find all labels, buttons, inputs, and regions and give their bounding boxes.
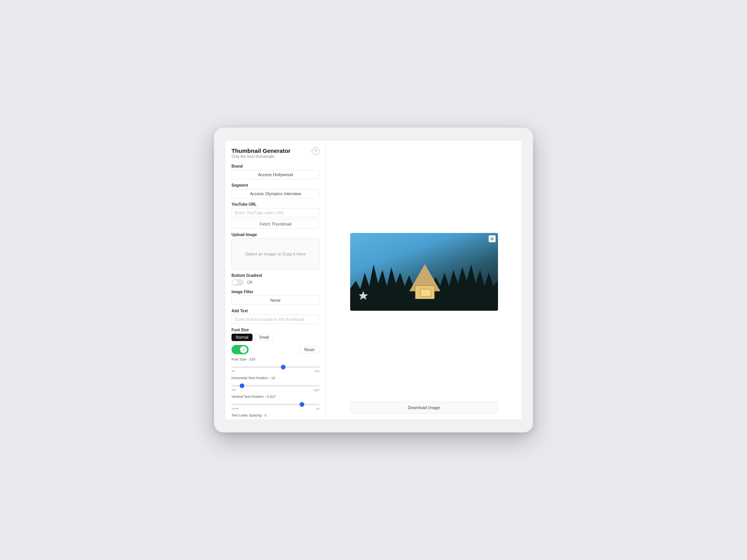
house-element (409, 264, 440, 299)
font-size-section: Font Size Normal Small (231, 328, 319, 341)
app-subtitle: Only the best thumbnails (231, 154, 291, 159)
app-title: Thumbnail Generator (231, 147, 291, 154)
house-body (415, 285, 435, 299)
font-size-button-row: Normal Small (231, 334, 319, 341)
bottom-gradient-toggle-row: Off (231, 279, 319, 286)
upload-section: Upload Image Select an Image or Drag It … (231, 233, 319, 270)
vertical-slider[interactable] (231, 404, 319, 405)
house-window (420, 289, 431, 297)
upload-dropzone[interactable]: Select an Image or Drag It Here (231, 238, 319, 270)
letter-spacing-slider-section: Text Letter Spacing - 0 0 8 (231, 413, 319, 420)
horizontal-slider[interactable] (231, 385, 319, 387)
reset-small-button[interactable]: Reset (299, 346, 319, 354)
youtube-url-label: YouTube URL (231, 202, 319, 206)
vertical-down: down (231, 407, 239, 410)
bottom-gradient-toggle[interactable] (231, 279, 244, 286)
thumbnail-preview: ⊞ (350, 233, 498, 311)
vertical-slider-section: Vertical Text Position - 0.817 down up (231, 395, 319, 410)
horizontal-slider-section: Horizontal Text Position - 10 left right (231, 376, 319, 392)
youtube-url-input[interactable] (231, 208, 319, 217)
horizontal-left: left (231, 388, 236, 392)
download-button[interactable]: Download Image (350, 402, 498, 413)
horizontal-range-labels: left right (231, 388, 319, 392)
add-text-section: Add Text (231, 309, 319, 324)
segment-value[interactable]: Access Olympics Interview (231, 189, 319, 198)
add-text-input[interactable] (231, 315, 319, 324)
horizontal-right: right (313, 388, 319, 392)
font-size-max: 196 (314, 369, 319, 373)
brand-section: Brand Access Hollywood (231, 164, 319, 179)
upload-placeholder-text: Select an Image or Drag It Here (245, 252, 305, 256)
image-preview-area: ⊞ (332, 147, 516, 397)
panel-header: Thumbnail Generator Only the best thumbn… (231, 147, 319, 159)
font-size-min: 90 (231, 369, 235, 373)
help-icon[interactable]: ? (312, 147, 319, 155)
youtube-url-section: YouTube URL Fetch Thumbnail (231, 202, 319, 229)
font-size-slider-label: Font Size - 153 (231, 357, 319, 361)
checkmark-icon: ✓ (242, 348, 245, 352)
font-size-label: Font Size (231, 328, 319, 332)
thumbnail-background: ⊞ (350, 233, 498, 311)
vertical-range-labels: down up (231, 407, 319, 410)
font-size-slider[interactable] (231, 366, 319, 368)
font-size-range-labels: 90 196 (231, 369, 319, 373)
letter-spacing-slider-label: Text Letter Spacing - 0 (231, 413, 319, 417)
segment-section: Segment Access Olympics Interview (231, 183, 319, 198)
brand-value[interactable]: Access Hollywood (231, 170, 319, 179)
vertical-slider-label: Vertical Text Position - 0.817 (231, 395, 319, 399)
image-filter-label: Image Filter (231, 290, 319, 294)
green-toggle[interactable]: ✓ (231, 345, 249, 354)
bottom-gradient-section: Bottom Gradient Off (231, 273, 319, 286)
add-text-label: Add Text (231, 309, 319, 313)
font-size-normal-button[interactable]: Normal (231, 334, 253, 341)
image-badge: ⊞ (489, 235, 496, 242)
image-filter-section: Image Filter None (231, 290, 319, 305)
star-logo (358, 290, 369, 304)
bottom-gradient-off-label: Off (247, 280, 252, 285)
image-filter-value[interactable]: None (231, 296, 319, 305)
font-size-slider-section: Font Size - 153 90 196 (231, 357, 319, 373)
upload-label: Upload Image (231, 233, 319, 237)
left-panel: Thumbnail Generator Only the best thumbn… (225, 140, 326, 420)
green-toggle-knob: ✓ (240, 346, 247, 353)
fetch-thumbnail-button[interactable]: Fetch Thumbnail (231, 219, 319, 229)
vertical-up: up (316, 407, 319, 410)
bottom-gradient-label: Bottom Gradient (231, 273, 319, 278)
toggle-knob (232, 280, 237, 285)
brand-label: Brand (231, 164, 319, 168)
segment-label: Segment (231, 183, 319, 187)
toggle-reset-row: ✓ Reset (231, 345, 319, 354)
font-size-small-button[interactable]: Small (255, 334, 273, 341)
right-panel: ⊞ Download Image (326, 140, 522, 420)
horizontal-slider-label: Horizontal Text Position - 10 (231, 376, 319, 380)
